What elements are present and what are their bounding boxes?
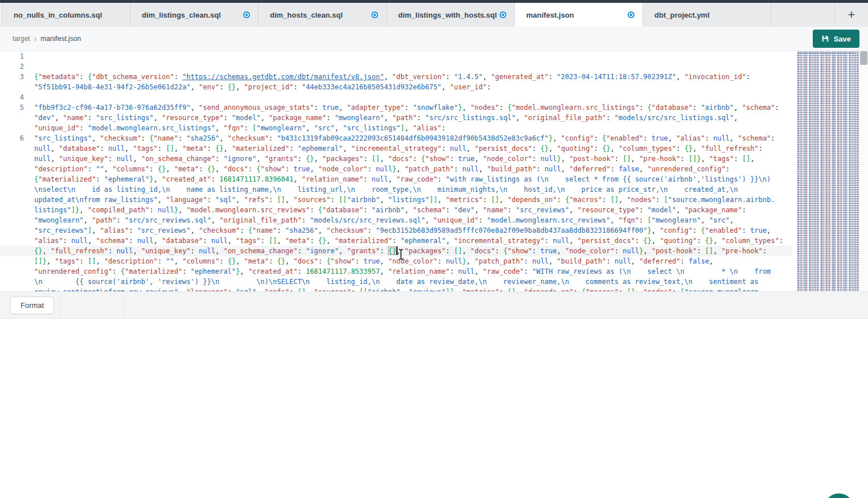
tabs-container: no_nulls_in_columns.sqldim_listings_clea… (2, 3, 771, 27)
unsaved-changes-dot-icon (499, 11, 506, 18)
editor-line[interactable]: updated_at\nfrom raw_listings", "languag… (0, 195, 792, 205)
line-number (0, 195, 34, 205)
action-bar-divider (60, 292, 61, 318)
editor-line[interactable]: "src_reviews"], "alias": "src_reviews", … (0, 225, 792, 236)
editor-line[interactable]: "unrendered_config": {"materialized": "e… (0, 266, 792, 277)
line-content: "5f51bb91-94b8-4e31-94f2-26b5e061d22a", … (34, 82, 792, 92)
line-content: null, "unique_key": null, "on_schema_cha… (34, 154, 792, 164)
editor-line[interactable]: 2 (0, 61, 792, 72)
tab-label: no_nulls_in_columns.sql (14, 11, 102, 19)
line-number (0, 174, 34, 184)
line-content (34, 92, 792, 102)
editor-line[interactable]: null, "database": null, "tags": [], "met… (0, 143, 792, 154)
tab-label: manifest.json (526, 11, 574, 19)
editor-line[interactable]: \nselect\n id as listing_id,\n name as l… (0, 184, 792, 195)
editor-line[interactable]: 4 (0, 92, 792, 102)
save-button-label: Save (834, 35, 851, 43)
code-editor[interactable]: 123{"metadata": {"dbt_schema_version": "… (0, 51, 868, 291)
line-number (0, 215, 34, 225)
breadcrumb-folder: target (13, 35, 30, 43)
editor-line[interactable]: "description": "", "columns": {}, "meta"… (0, 164, 792, 174)
line-content: "mwonglearn", "path": "src/src_reviews.s… (34, 215, 792, 225)
editor-line[interactable]: "unique_id": "model.mwonglearn.src_listi… (0, 123, 792, 133)
editor-line[interactable]: null, "unique_key": null, "on_schema_cha… (0, 154, 792, 164)
line-content (34, 61, 792, 72)
line-number: 3 (0, 72, 34, 82)
tab-no_nulls_in_columns.sql[interactable]: no_nulls_in_columns.sql (2, 3, 130, 27)
editor-line[interactable]: review_sentiment\nfrom raw_reviews", "la… (0, 287, 792, 291)
tab-label: dim_hosts_clean.sql (270, 11, 343, 19)
line-content: updated_at\nfrom raw_listings", "languag… (34, 195, 792, 205)
chevron-right-icon: › (34, 34, 37, 43)
tab-dim_hosts_clean.sql[interactable]: dim_hosts_clean.sql (259, 3, 387, 27)
editor-line[interactable]: {"materialized": "ephemeral"}, "created_… (0, 174, 792, 184)
results-pane (0, 319, 868, 498)
line-number: 1 (0, 51, 34, 61)
line-content: "unique_id": "model.mwonglearn.src_listi… (34, 123, 792, 133)
editor-line[interactable]: "mwonglearn", "path": "src/src_reviews.s… (0, 215, 792, 225)
mouse-ibeam-cursor (397, 248, 405, 261)
save-floppy-icon (821, 35, 829, 43)
editor-line[interactable]: []}, "tags": [], "description": "", "col… (0, 256, 792, 266)
tab-label: dim_listings_clean.sql (142, 11, 221, 19)
line-number (0, 277, 34, 287)
line-number (0, 123, 34, 133)
line-number: 6 (0, 133, 34, 143)
editor-line[interactable]: 6"src_listings", "checksum": {"name": "s… (0, 133, 792, 143)
line-content: \n {{ source('airbnb', 'reviews') }}\n \… (34, 277, 792, 287)
tab-label: dbt_project.yml (654, 11, 710, 19)
editor-scrollbar[interactable] (859, 51, 868, 291)
code-lines: 123{"metadata": {"dbt_schema_version": "… (0, 51, 792, 291)
editor-line[interactable]: listings"]}, "compiled_path": null}, "mo… (0, 205, 792, 215)
line-content: \nselect\n id as listing_id,\n name as l… (34, 184, 792, 195)
editor-line[interactable]: "dev", "name": "src_listings", "resource… (0, 113, 792, 123)
editor-action-bar: Format (0, 291, 868, 319)
line-number (0, 287, 34, 291)
line-number (0, 113, 34, 123)
editor-line[interactable]: 5"fbb9f3c2-cf96-4a17-b736-976a62d35ff9",… (0, 102, 792, 113)
line-content: "fbb9f3c2-cf96-4a17-b736-976a62d35ff9", … (34, 102, 792, 113)
editor-line[interactable]: "alias": null, "schema": null, "database… (0, 236, 792, 246)
line-number (0, 164, 34, 174)
save-button[interactable]: Save (813, 30, 859, 48)
breadcrumb-file: manifest.json (40, 35, 81, 43)
minimap[interactable] (797, 51, 859, 291)
line-number: 2 (0, 61, 34, 72)
unsaved-changes-dot-icon (371, 11, 378, 18)
editor-line[interactable]: \n {{ source('airbnb', 'reviews') }}\n \… (0, 277, 792, 287)
line-number: 4 (0, 92, 34, 102)
tab-dim_listings_clean.sql[interactable]: dim_listings_clean.sql (130, 3, 259, 27)
line-content: {}, "full_refresh": null, "unique_key": … (34, 246, 792, 256)
line-number (0, 143, 34, 154)
line-number (0, 246, 34, 256)
line-content: {"materialized": "ephemeral"}, "created_… (34, 174, 792, 184)
line-number (0, 266, 34, 277)
line-content: "description": "", "columns": {}, "meta"… (34, 164, 792, 174)
unsaved-changes-dot-icon (243, 11, 250, 18)
line-number (0, 236, 34, 246)
line-number (0, 256, 34, 266)
tab-dbt_project.yml[interactable]: dbt_project.yml (643, 3, 771, 27)
format-button[interactable]: Format (10, 297, 54, 314)
line-content: "src_reviews"], "alias": "src_reviews", … (34, 225, 792, 236)
editor-line[interactable]: "5f51bb91-94b8-4e31-94f2-26b5e061d22a", … (0, 82, 792, 92)
tab-dim_listings_with_hosts.sql[interactable]: dim_listings_with_hosts.sql (387, 3, 515, 27)
line-content: listings"]}, "compiled_path": null}, "mo… (34, 205, 792, 215)
unsaved-changes-dot-icon (628, 11, 634, 18)
new-tab-button[interactable]: + (835, 3, 868, 27)
breadcrumb-bar: target › manifest.json Save (0, 27, 868, 51)
scrollbar-thumb[interactable] (860, 51, 867, 65)
line-content: {"metadata": {"dbt_schema_version": "htt… (34, 72, 792, 82)
pane-divider (124, 292, 125, 318)
line-content: "src_listings", "checksum": {"name": "sh… (34, 133, 792, 143)
editor-line[interactable]: 1 (0, 51, 792, 61)
line-number (0, 82, 34, 92)
line-content: "unrendered_config": {"materialized": "e… (34, 266, 792, 277)
line-number (0, 205, 34, 215)
editor-line[interactable]: {}, "full_refresh": null, "unique_key": … (0, 246, 792, 256)
tab-bar-filler (771, 3, 835, 27)
tab-manifest.json[interactable]: manifest.json (515, 3, 643, 27)
line-content: review_sentiment\nfrom raw_reviews", "la… (34, 287, 792, 291)
tab-label: dim_listings_with_hosts.sql (398, 11, 497, 19)
editor-line[interactable]: 3{"metadata": {"dbt_schema_version": "ht… (0, 72, 792, 82)
